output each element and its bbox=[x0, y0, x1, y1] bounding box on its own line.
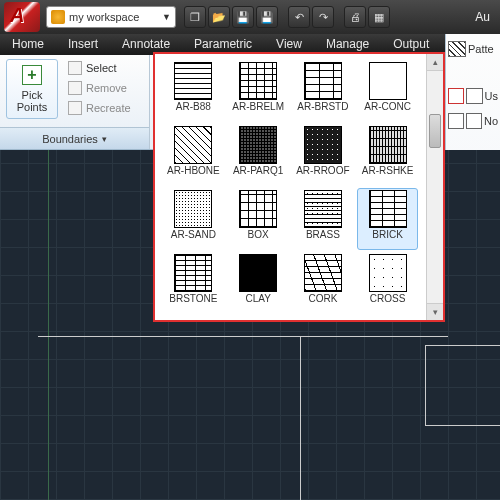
hatch-item-label: CORK bbox=[308, 293, 337, 304]
undo-button[interactable]: ↶ bbox=[288, 6, 310, 28]
hatch-swatch-icon bbox=[239, 190, 277, 228]
hatch-swatch-icon bbox=[174, 254, 212, 292]
y-axis-line bbox=[48, 150, 49, 500]
hatch-item-cork[interactable]: CORK bbox=[293, 252, 354, 314]
hatch-item-brass[interactable]: BRASS bbox=[293, 188, 354, 250]
hatch-item-label: AR-B88 bbox=[176, 101, 211, 112]
hatch-item-ar-hbone[interactable]: AR-HBONE bbox=[163, 124, 224, 186]
swap-icon bbox=[448, 113, 464, 129]
chevron-down-icon: ▼ bbox=[162, 12, 171, 22]
none-swatch-icon bbox=[466, 113, 482, 129]
hatch-swatch-icon bbox=[174, 62, 212, 100]
hatch-item-ar-sand[interactable]: AR-SAND bbox=[163, 188, 224, 250]
hatch-swatch-icon bbox=[174, 190, 212, 228]
use-current-row[interactable]: Us bbox=[448, 85, 498, 107]
hatch-item-box[interactable]: BOX bbox=[228, 188, 289, 250]
new-button[interactable]: ❐ bbox=[184, 6, 206, 28]
hatch-item-label: BRASS bbox=[306, 229, 340, 240]
hatch-item-cross[interactable]: CROSS bbox=[357, 252, 418, 314]
panel-title-boundaries[interactable]: Boundaries ▾ bbox=[0, 127, 149, 149]
pattern-swatch-icon bbox=[448, 41, 466, 57]
tab-insert[interactable]: Insert bbox=[56, 34, 110, 55]
hatch-item-label: BRICK bbox=[372, 229, 403, 240]
drawing-edge bbox=[425, 425, 500, 426]
recreate-icon bbox=[68, 101, 82, 115]
redo-button[interactable]: ↷ bbox=[312, 6, 334, 28]
gear-icon bbox=[51, 10, 65, 24]
workspace-combo[interactable]: my workspace ▼ bbox=[46, 6, 176, 28]
hatch-item-clay[interactable]: CLAY bbox=[228, 252, 289, 314]
hatch-item-ar-b88[interactable]: AR-B88 bbox=[163, 60, 224, 122]
hatch-swatch-icon bbox=[369, 190, 407, 228]
hatch-item-ar-conc[interactable]: AR-CONC bbox=[357, 60, 418, 122]
hatch-swatch-icon bbox=[304, 190, 342, 228]
workspace-name: my workspace bbox=[69, 11, 139, 23]
pick-points-label: Pick Points bbox=[7, 89, 57, 113]
hatch-item-ar-rshke[interactable]: AR-RSHKE bbox=[357, 124, 418, 186]
hatch-item-label: AR-SAND bbox=[171, 229, 216, 240]
chevron-down-icon: ▾ bbox=[102, 134, 107, 144]
hatch-item-label: CLAY bbox=[245, 293, 270, 304]
hatch-item-brick[interactable]: BRICK bbox=[357, 188, 418, 250]
color-swatch-icon bbox=[448, 88, 464, 104]
none-label: No bbox=[484, 115, 498, 127]
hatch-swatch-icon bbox=[304, 126, 342, 164]
hatch-item-label: AR-BRSTD bbox=[297, 101, 348, 112]
hatch-pattern-gallery: AR-B88AR-BRELMAR-BRSTDAR-CONCAR-HBONEAR-… bbox=[153, 52, 445, 322]
boundaries-panel: + Pick Points Select Remove Recreate B bbox=[0, 55, 150, 149]
drawing-edge bbox=[38, 336, 448, 337]
save-as-button[interactable]: 💾 bbox=[256, 6, 278, 28]
hatch-item-ar-parq1[interactable]: AR-PARQ1 bbox=[228, 124, 289, 186]
hatch-swatch-icon bbox=[369, 126, 407, 164]
pattern-label: Patte bbox=[468, 43, 494, 55]
open-button[interactable]: 📂 bbox=[208, 6, 230, 28]
pick-points-button[interactable]: + Pick Points bbox=[6, 59, 58, 119]
none-row[interactable]: No bbox=[448, 110, 498, 132]
app-title-fragment: Au bbox=[475, 10, 496, 24]
plus-icon: + bbox=[22, 65, 42, 85]
hatch-item-brstone[interactable]: BRSTONE bbox=[163, 252, 224, 314]
plot-button[interactable]: ▦ bbox=[368, 6, 390, 28]
hatch-item-label: BRSTONE bbox=[169, 293, 217, 304]
hatch-item-label: BOX bbox=[248, 229, 269, 240]
title-bar: my workspace ▼ ❐ 📂 💾 💾 ↶ ↷ 🖨 ▦ Au bbox=[0, 0, 500, 34]
drawing-edge bbox=[300, 336, 301, 500]
hatch-item-label: CROSS bbox=[370, 293, 406, 304]
use-label: Us bbox=[485, 90, 498, 102]
app-logo-icon[interactable] bbox=[4, 2, 40, 32]
hatch-swatch-icon bbox=[369, 254, 407, 292]
select-label: Select bbox=[86, 62, 117, 74]
hatch-item-label: AR-RSHKE bbox=[362, 165, 414, 176]
remove-label: Remove bbox=[86, 82, 127, 94]
hatch-swatch-icon bbox=[239, 254, 277, 292]
hatch-swatch-icon bbox=[174, 126, 212, 164]
hatch-item-label: AR-RROOF bbox=[296, 165, 349, 176]
pattern-type-row[interactable]: Patte bbox=[448, 38, 498, 60]
hatch-item-label: AR-CONC bbox=[364, 101, 411, 112]
recreate-label: Recreate bbox=[86, 102, 131, 114]
hatch-item-ar-brelm[interactable]: AR-BRELM bbox=[228, 60, 289, 122]
recreate-button: Recreate bbox=[64, 99, 135, 117]
print-button[interactable]: 🖨 bbox=[344, 6, 366, 28]
hatch-item-ar-rroof[interactable]: AR-RROOF bbox=[293, 124, 354, 186]
gallery-scrollbar[interactable] bbox=[426, 54, 443, 320]
drawing-edge bbox=[425, 345, 426, 425]
scroll-thumb[interactable] bbox=[429, 114, 441, 148]
quick-access-toolbar: ❐ 📂 💾 💾 ↶ ↷ 🖨 ▦ bbox=[184, 6, 390, 28]
hatch-swatch-icon bbox=[304, 62, 342, 100]
layer-icon bbox=[466, 88, 482, 104]
hatch-swatch-icon bbox=[239, 126, 277, 164]
tab-home[interactable]: Home bbox=[0, 34, 56, 55]
hatch-item-label: AR-PARQ1 bbox=[233, 165, 283, 176]
hatch-item-label: AR-HBONE bbox=[167, 165, 220, 176]
drawing-edge bbox=[425, 345, 500, 346]
remove-icon bbox=[68, 81, 82, 95]
hatch-swatch-icon bbox=[239, 62, 277, 100]
save-button[interactable]: 💾 bbox=[232, 6, 254, 28]
select-icon bbox=[68, 61, 82, 75]
hatch-item-ar-brstd[interactable]: AR-BRSTD bbox=[293, 60, 354, 122]
select-button[interactable]: Select bbox=[64, 59, 135, 77]
hatch-swatch-icon bbox=[304, 254, 342, 292]
hatch-item-label: AR-BRELM bbox=[232, 101, 284, 112]
boundaries-title-label: Boundaries bbox=[42, 133, 98, 145]
